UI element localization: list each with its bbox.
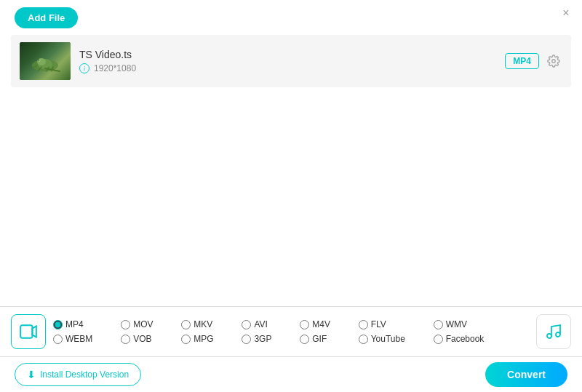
format-badge[interactable]: MP4: [505, 53, 539, 69]
format-option-youtube[interactable]: YouTube: [359, 334, 434, 344]
svg-point-12: [547, 334, 551, 338]
file-name: TS Video.ts: [79, 49, 505, 60]
music-format-icon[interactable]: [536, 314, 571, 349]
svg-rect-11: [20, 325, 32, 337]
format-option-mkv[interactable]: MKV: [181, 319, 242, 329]
file-item: TS Video.ts i 1920*1080 MP4: [11, 35, 571, 87]
format-option-mpg[interactable]: MPG: [181, 334, 242, 344]
add-file-button[interactable]: Add File: [15, 7, 78, 28]
close-button[interactable]: ×: [559, 6, 573, 20]
video-format-icon[interactable]: [11, 314, 46, 349]
file-info: TS Video.ts i 1920*1080: [71, 49, 505, 73]
file-actions: MP4: [505, 52, 562, 70]
svg-point-13: [556, 332, 560, 337]
format-option-flv[interactable]: FLV: [359, 319, 434, 329]
format-grid: MP4 MOV MKV AVI M4V FLV WMV WEBM: [53, 319, 533, 344]
format-option-wmv[interactable]: WMV: [434, 319, 533, 329]
file-meta: i 1920*1080: [79, 63, 505, 73]
title-bar: ×: [0, 0, 582, 26]
download-icon: ⬇: [27, 369, 36, 380]
format-option-mp4[interactable]: MP4: [53, 319, 121, 329]
footer: ⬇ Install Desktop Version Convert: [0, 357, 582, 392]
file-thumbnail: [20, 42, 71, 80]
install-desktop-button[interactable]: ⬇ Install Desktop Version: [15, 363, 141, 386]
main-area: TS Video.ts i 1920*1080 MP4: [11, 29, 571, 312]
settings-icon[interactable]: [545, 52, 562, 70]
svg-point-4: [38, 60, 39, 61]
info-icon: i: [79, 63, 89, 73]
file-resolution: 1920*1080: [94, 63, 136, 73]
format-panel: MP4 MOV MKV AVI M4V FLV WMV WEBM: [0, 306, 582, 357]
format-option-mov[interactable]: MOV: [121, 319, 181, 329]
svg-point-10: [552, 60, 556, 63]
format-option-webm[interactable]: WEBM: [53, 334, 121, 344]
format-option-gif[interactable]: GIF: [300, 334, 358, 344]
format-option-3gp[interactable]: 3GP: [242, 334, 300, 344]
format-option-m4v[interactable]: M4V: [300, 319, 358, 329]
format-option-facebook[interactable]: Facebook: [434, 334, 533, 344]
convert-button[interactable]: Convert: [485, 362, 567, 387]
format-option-vob[interactable]: VOB: [121, 334, 181, 344]
format-option-avi[interactable]: AVI: [242, 319, 300, 329]
